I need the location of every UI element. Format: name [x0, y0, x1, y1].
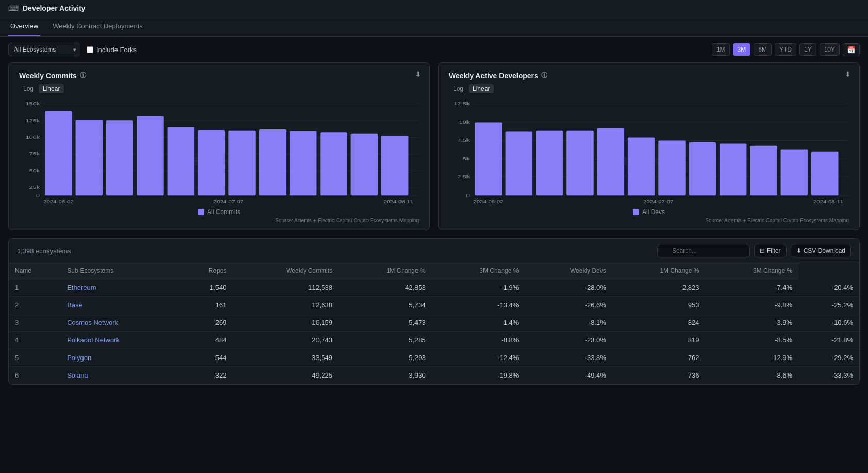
- svg-text:50k: 50k: [29, 168, 40, 173]
- table-row: 6 Solana 322 49,225 3,930 -19.8% -49.4% …: [9, 367, 859, 384]
- time-btn-1m[interactable]: 1M: [712, 43, 730, 56]
- col-devs-3m-change[interactable]: 3M Change %: [705, 263, 798, 279]
- time-btn-3m[interactable]: 3M: [733, 43, 751, 56]
- svg-rect-23: [320, 132, 347, 195]
- include-forks-checkbox[interactable]: [87, 46, 93, 53]
- col-3m-change[interactable]: 3M Change %: [432, 263, 525, 279]
- cell-1m-change: -12.4%: [432, 349, 525, 367]
- weekly-devs-info-icon[interactable]: ⓘ: [541, 71, 547, 80]
- ecosystem-link[interactable]: Base: [67, 301, 82, 309]
- app-icon: ⌨: [8, 4, 19, 12]
- svg-text:2.5k: 2.5k: [457, 174, 470, 179]
- cell-name[interactable]: Polkadot Network: [61, 332, 178, 349]
- ecosystem-link[interactable]: Polkadot Network: [67, 336, 120, 344]
- cell-rank: 2: [9, 297, 61, 314]
- weekly-devs-chart-area: ⊛Artemis 12.5k 10k 7.5k 5k 2.5k 0: [449, 100, 849, 223]
- cell-sub-ecosystems: 322: [178, 367, 233, 384]
- commits-legend: All Commits: [19, 208, 419, 216]
- calendar-button[interactable]: 📅: [843, 43, 860, 56]
- csv-label: CSV Download: [804, 247, 845, 254]
- csv-download-button[interactable]: ⬇ CSV Download: [791, 244, 851, 257]
- tab-overview[interactable]: Overview: [8, 17, 40, 36]
- svg-text:0: 0: [36, 192, 40, 198]
- cell-weekly-commits: 3,930: [339, 367, 432, 384]
- svg-rect-41: [475, 122, 502, 195]
- tab-weekly-contract-deployments[interactable]: Weekly Contract Deployments: [51, 17, 145, 36]
- ecosystem-link[interactable]: Polygon: [67, 354, 91, 362]
- time-btn-ytd[interactable]: YTD: [775, 43, 796, 56]
- col-repos[interactable]: Repos: [178, 263, 233, 279]
- devs-legend: All Devs: [449, 208, 849, 216]
- commits-log-btn[interactable]: Log: [19, 84, 38, 93]
- filter-button[interactable]: ⊟ Filter: [754, 244, 787, 257]
- weekly-commits-chart-area: ⊛Artemis 150k 125k 100k 75k 50k 25k 0: [19, 100, 419, 223]
- cell-1m-change: -1.9%: [432, 279, 525, 297]
- cell-repos: 16,159: [233, 314, 339, 332]
- cell-name[interactable]: Polygon: [61, 349, 178, 367]
- cell-name[interactable]: Base: [61, 297, 178, 314]
- weekly-commits-info-icon[interactable]: ⓘ: [80, 71, 86, 80]
- col-weekly-devs[interactable]: Weekly Devs: [525, 263, 612, 279]
- include-forks-label[interactable]: Include Forks: [87, 46, 137, 54]
- weekly-active-devs-chart-card: Weekly Active Developers ⓘ Log Linear ⬇ …: [438, 62, 860, 230]
- svg-text:2024-07-07: 2024-07-07: [213, 199, 244, 204]
- time-btn-6m[interactable]: 6M: [754, 43, 772, 56]
- ecosystem-link[interactable]: Solana: [67, 371, 88, 379]
- cell-weekly-devs: 2,823: [612, 279, 706, 297]
- download-icon: ⬇: [796, 247, 802, 254]
- svg-rect-47: [658, 140, 685, 195]
- svg-rect-22: [290, 131, 316, 196]
- cell-name[interactable]: Solana: [61, 367, 178, 384]
- ecosystem-link[interactable]: Cosmos Network: [67, 319, 118, 327]
- col-1m-change[interactable]: 1M Change %: [339, 263, 432, 279]
- commits-linear-btn[interactable]: Linear: [39, 84, 64, 93]
- cell-weekly-devs: 824: [612, 314, 706, 332]
- search-input[interactable]: [657, 244, 750, 257]
- header: ⌨ Developer Activity: [0, 0, 868, 17]
- col-devs-1m-change[interactable]: 1M Change %: [612, 263, 706, 279]
- cell-weekly-devs: 736: [612, 367, 706, 384]
- ecosystem-link[interactable]: Ethereum: [67, 284, 96, 291]
- cell-weekly-commits: 42,853: [339, 279, 432, 297]
- svg-rect-50: [750, 146, 777, 196]
- cell-rank: 6: [9, 367, 61, 384]
- commits-download-btn[interactable]: ⬇: [415, 70, 421, 78]
- table-toolbar: 1,398 ecosystems ⊟ Filter ⬇ CSV Download: [9, 239, 859, 263]
- col-weekly-commits[interactable]: Weekly Commits: [233, 263, 339, 279]
- ecosystem-select-wrapper[interactable]: All Ecosystems Ethereum Solana Cosmos Po…: [8, 43, 80, 56]
- svg-rect-19: [198, 130, 225, 195]
- search-wrapper[interactable]: [657, 244, 750, 257]
- app-title: Developer Activity: [23, 4, 86, 12]
- ecosystem-select[interactable]: All Ecosystems Ethereum Solana Cosmos Po…: [8, 43, 80, 56]
- cell-sub-ecosystems: 1,540: [178, 279, 233, 297]
- weekly-commits-svg: 150k 125k 100k 75k 50k 25k 0: [19, 100, 419, 205]
- svg-text:75k: 75k: [29, 151, 40, 156]
- devs-download-btn[interactable]: ⬇: [845, 70, 851, 78]
- svg-rect-44: [566, 131, 593, 195]
- svg-rect-15: [76, 120, 103, 195]
- svg-rect-45: [597, 128, 624, 196]
- cell-weekly-devs: 762: [612, 349, 706, 367]
- cell-weekly-commits: 5,293: [339, 349, 432, 367]
- col-sub-ecosystems[interactable]: Sub-Ecosystems: [61, 263, 178, 279]
- devs-source: Source: Artemis + Electric Capital Crypt…: [449, 218, 849, 223]
- cell-repos: 112,538: [233, 279, 339, 297]
- ecosystem-count: 1,398 ecosystems: [17, 247, 71, 255]
- cell-name[interactable]: Ethereum: [61, 279, 178, 297]
- filter-label: Filter: [767, 247, 781, 254]
- svg-rect-42: [506, 132, 532, 196]
- cell-rank: 5: [9, 349, 61, 367]
- cell-devs-3m-change: -20.4%: [798, 279, 859, 297]
- devs-linear-btn[interactable]: Linear: [469, 84, 494, 93]
- table-row: 1 Ethereum 1,540 112,538 42,853 -1.9% -2…: [9, 279, 859, 297]
- cell-weekly-devs: 953: [612, 297, 706, 314]
- col-name[interactable]: Name: [9, 263, 61, 279]
- cell-3m-change: -33.8%: [525, 349, 612, 367]
- time-btn-1y[interactable]: 1Y: [799, 43, 816, 56]
- devs-log-btn[interactable]: Log: [449, 84, 468, 93]
- time-btn-10y[interactable]: 10Y: [820, 43, 840, 56]
- svg-text:2024-08-11: 2024-08-11: [383, 199, 414, 204]
- cell-name[interactable]: Cosmos Network: [61, 314, 178, 332]
- charts-row: Weekly Commits ⓘ Log Linear ⬇ ⊛Artemis 1: [8, 62, 860, 230]
- svg-rect-24: [351, 134, 378, 195]
